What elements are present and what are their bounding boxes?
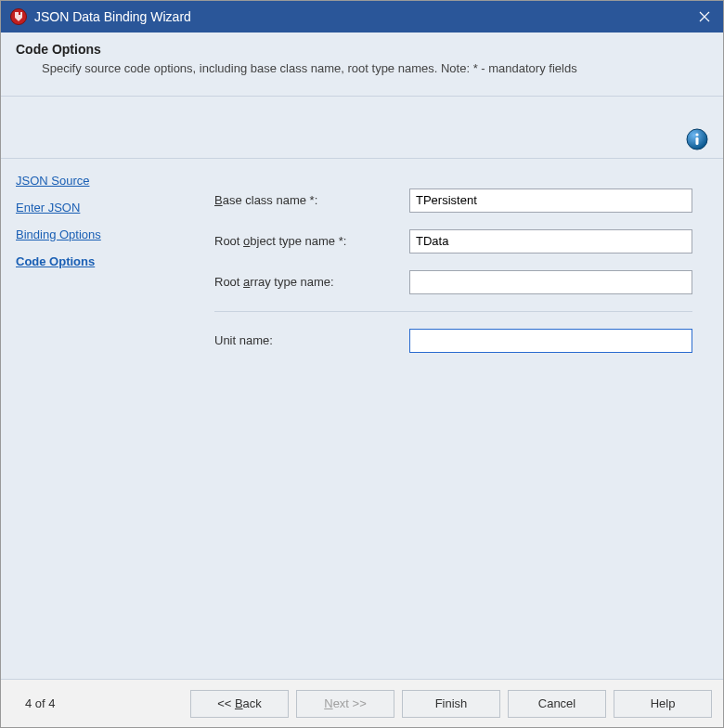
app-icon [10,8,27,25]
next-button: Next >> [296,690,394,718]
nav-binding-options[interactable]: Binding Options [16,228,101,241]
nav-json-source[interactable]: JSON Source [16,174,89,188]
wizard-window: JSON Data Binding Wizard Code Options Sp… [0,0,724,728]
help-button[interactable]: Help [614,690,712,718]
titlebar: JSON Data Binding Wizard [1,1,723,32]
page-title: Code Options [16,42,708,57]
input-root-object[interactable] [409,229,692,254]
page-indicator: 4 of 4 [12,696,123,710]
label-root-array: Root array type name: [214,275,409,289]
info-row [1,97,723,159]
form-area: Base class name *: Root object type name… [214,170,708,679]
svg-point-4 [695,133,698,136]
form-separator [214,311,692,312]
footer: 4 of 4 << Back Next >> Finish Cancel Hel… [1,679,723,727]
button-group: << Back Next >> Finish Cancel Help [133,690,712,718]
input-root-array[interactable] [409,270,692,294]
row-root-array: Root array type name: [214,270,708,294]
cancel-button[interactable]: Cancel [508,690,606,718]
close-button[interactable] [686,1,723,32]
finish-button[interactable]: Finish [402,690,500,718]
content-area: JSON Source Enter JSON Binding Options C… [1,159,723,679]
info-icon[interactable] [686,128,708,150]
row-root-object: Root object type name *: [214,229,708,254]
header-panel: Code Options Specify source code options… [1,32,723,88]
input-base-class[interactable] [409,188,692,213]
label-unit-name: Unit name: [214,333,409,347]
label-root-object: Root object type name *: [214,234,409,248]
input-unit-name[interactable] [409,329,692,353]
row-unit-name: Unit name: [214,329,708,353]
svg-rect-5 [696,137,699,145]
page-description: Specify source code options, including b… [16,60,610,77]
window-title: JSON Data Binding Wizard [34,9,686,24]
nav-code-options[interactable]: Code Options [16,254,95,268]
nav-enter-json[interactable]: Enter JSON [16,201,80,214]
wizard-nav: JSON Source Enter JSON Binding Options C… [16,170,192,679]
back-button[interactable]: << Back [190,690,289,718]
row-base-class: Base class name *: [214,188,708,213]
label-base-class: Base class name *: [214,193,409,207]
